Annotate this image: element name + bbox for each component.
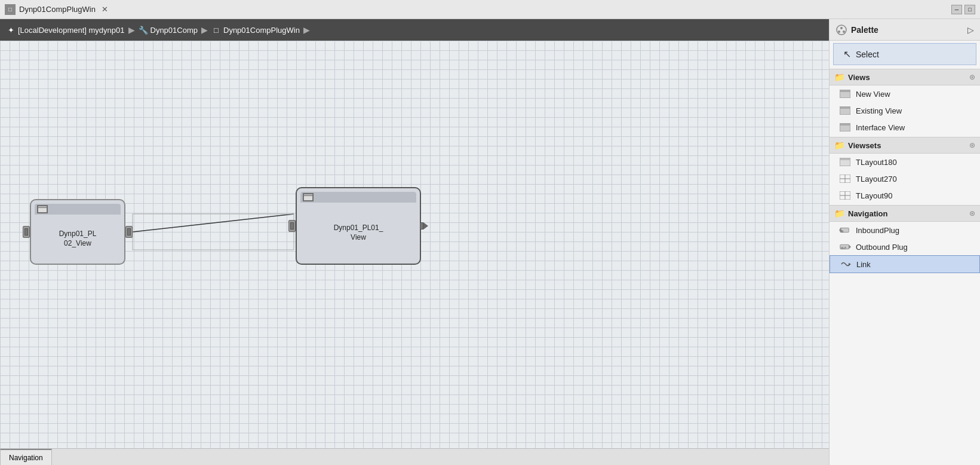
port-handle-right-1[interactable] xyxy=(125,226,133,238)
breadcrumb-item-1[interactable]: ✦ [LocalDevelopment] mydynp01 xyxy=(6,25,125,35)
palette-item-tlayout180[interactable]: TLayout180 xyxy=(830,154,980,170)
title-bar: □ Dynp01CompPlugWin ✕ ─ □ xyxy=(0,0,980,19)
palette-section-views-title: Views xyxy=(848,73,870,82)
palette-section-views-header[interactable]: 📁 Views ⊛ xyxy=(830,69,980,85)
breadcrumb-sep-2: ▶ xyxy=(201,25,208,35)
new-view-icon xyxy=(839,89,851,99)
view-node-2-icon xyxy=(303,193,314,201)
view-node-2-left-port[interactable] xyxy=(288,220,296,232)
palette-section-views-options[interactable]: ⊛ xyxy=(969,73,975,81)
bottom-tabs: Navigation xyxy=(0,448,829,465)
palette-item-existing-view[interactable]: Existing View xyxy=(830,102,980,119)
view-node-2-body: Dynp01_PL01_View xyxy=(329,206,388,260)
svg-rect-13 xyxy=(840,90,850,92)
svg-point-11 xyxy=(843,30,845,33)
palette-section-viewsets-options[interactable]: ⊛ xyxy=(969,141,975,149)
tlayout90-icon xyxy=(839,191,851,200)
view-node-2-header xyxy=(300,192,416,203)
svg-marker-32 xyxy=(849,263,851,265)
view-node-1-body: Dynp01_PL02_View xyxy=(54,218,102,260)
view-node-1-header xyxy=(35,204,121,215)
palette-section-viewsets-title: Viewsets xyxy=(848,141,881,150)
port-arrow-right-2 xyxy=(423,222,428,230)
breadcrumb-label-1: [LocalDevelopment] mydynp01 xyxy=(18,26,125,35)
tab-navigation[interactable]: Navigation xyxy=(0,449,52,466)
palette-section-viewsets-icon: 📁 xyxy=(834,140,844,150)
palette-item-tlayout270[interactable]: TLayout270 xyxy=(830,170,980,187)
palette-item-tlayout270-label: TLayout270 xyxy=(856,175,897,183)
breadcrumb-icon-3: □ xyxy=(211,25,221,35)
svg-point-9 xyxy=(840,27,843,29)
palette-item-tlayout90-label: TLayout90 xyxy=(856,191,892,200)
select-cursor-icon: ↖ xyxy=(843,48,851,60)
palette-item-interface-view[interactable]: Interface View xyxy=(830,119,980,136)
outbound-plug-icon: OUT xyxy=(839,242,851,252)
port-handle-left-1[interactable] xyxy=(23,226,30,238)
svg-rect-17 xyxy=(840,124,850,126)
palette-header: Palette ▷ xyxy=(830,19,980,41)
palette-section-views-icon: 📁 xyxy=(834,72,844,82)
palette-item-link[interactable]: Link xyxy=(830,255,980,273)
view-node-1-icon xyxy=(37,205,48,213)
palette-item-interface-view-label: Interface View xyxy=(856,123,905,132)
tab-close-button[interactable]: ✕ xyxy=(99,4,110,15)
palette-item-existing-view-label: Existing View xyxy=(856,106,902,115)
app-icon: □ xyxy=(5,4,16,15)
palette-item-outbound-plug[interactable]: OUT Outbound Plug xyxy=(830,238,980,255)
palette-item-tlayout90[interactable]: TLayout90 xyxy=(830,187,980,204)
view-node-1[interactable]: Dynp01_PL02_View xyxy=(30,199,125,265)
existing-view-icon xyxy=(839,106,851,115)
svg-text:IN: IN xyxy=(841,230,844,233)
tab-navigation-label: Navigation xyxy=(9,454,43,462)
view-node-1-right-port[interactable] xyxy=(125,226,133,238)
palette-title: Palette xyxy=(851,25,878,35)
breadcrumb-icon-2: 🔧 xyxy=(139,25,148,35)
interface-view-icon xyxy=(839,123,851,132)
palette-section-navigation-header[interactable]: 📁 Navigation ⊛ xyxy=(830,205,980,222)
svg-rect-6 xyxy=(304,194,312,195)
palette-item-new-view[interactable]: New View xyxy=(830,85,980,102)
breadcrumb-item-2[interactable]: 🔧 Dynp01Comp xyxy=(139,25,198,35)
breadcrumb-sep-3: ▶ xyxy=(303,25,310,35)
palette-section-viewsets: 📁 Viewsets ⊛ TLayout180 xyxy=(830,137,980,204)
svg-point-10 xyxy=(838,30,840,33)
svg-rect-19 xyxy=(840,158,850,160)
view-node-2[interactable]: Dynp01_PL01_View xyxy=(296,187,421,265)
palette-section-viewsets-header[interactable]: 📁 Viewsets ⊛ xyxy=(830,137,980,154)
main-layout: ✦ [LocalDevelopment] mydynp01 ▶ 🔧 Dynp01… xyxy=(0,19,980,465)
select-tool[interactable]: ↖ Select xyxy=(833,43,976,65)
view-node-2-label: Dynp01_PL01_View xyxy=(334,224,383,242)
palette-item-new-view-label: New View xyxy=(856,90,890,99)
port-handle-left-2[interactable] xyxy=(288,220,296,232)
select-tool-label: Select xyxy=(856,50,879,59)
tlayout180-icon xyxy=(839,157,851,167)
palette-section-navigation-title: Navigation xyxy=(848,209,887,218)
svg-rect-1 xyxy=(133,214,294,250)
view-node-2-right-port[interactable] xyxy=(420,222,428,230)
minimize-button[interactable]: ─ xyxy=(951,5,962,14)
breadcrumb: ✦ [LocalDevelopment] mydynp01 ▶ 🔧 Dynp01… xyxy=(0,19,829,41)
palette-expand-icon[interactable]: ▷ xyxy=(967,25,974,35)
palette-item-outbound-plug-label: Outbound Plug xyxy=(856,243,908,252)
palette-item-tlayout180-label: TLayout180 xyxy=(856,158,897,167)
palette-item-inbound-plug[interactable]: IN InboundPlug xyxy=(830,222,980,238)
palette-item-inbound-plug-label: InboundPlug xyxy=(856,226,899,235)
palette-header-icon xyxy=(835,24,847,36)
tlayout270-icon xyxy=(839,174,851,183)
window-title: Dynp01CompPlugWin xyxy=(19,5,96,14)
link-icon xyxy=(840,259,852,269)
view-node-1-left-port[interactable] xyxy=(23,226,30,238)
breadcrumb-icon-1: ✦ xyxy=(6,25,16,35)
view-node-1-label: Dynp01_PL02_View xyxy=(59,230,97,248)
canvas-area: ✦ [LocalDevelopment] mydynp01 ▶ 🔧 Dynp01… xyxy=(0,19,829,465)
canvas[interactable]: Dynp01_PL02_View xyxy=(0,41,829,448)
svg-rect-15 xyxy=(840,107,850,109)
palette-section-navigation-options[interactable]: ⊛ xyxy=(969,209,975,218)
svg-rect-7 xyxy=(304,196,312,200)
breadcrumb-item-3[interactable]: □ Dynp01CompPlugWin xyxy=(211,25,300,35)
svg-line-0 xyxy=(133,214,294,232)
svg-text:OUT: OUT xyxy=(841,247,847,250)
palette-section-views: 📁 Views ⊛ New View xyxy=(830,69,980,136)
svg-rect-4 xyxy=(38,208,47,212)
maximize-button[interactable]: □ xyxy=(964,5,975,14)
